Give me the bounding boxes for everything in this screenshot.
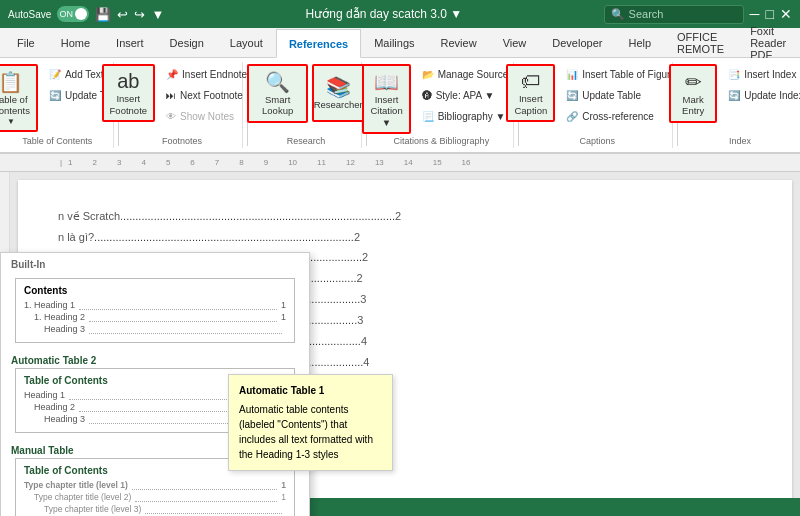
group-captions: 🏷 Insert Caption 📊 Insert Table of Figur…	[522, 62, 673, 148]
update-index-button[interactable]: 🔄 Update Index	[721, 85, 800, 105]
ruler: | 1 2 3 4 5 6 7 8 9 10 11 12 13 14 15 16	[0, 154, 800, 172]
upd-idx-icon: 🔄	[728, 90, 740, 101]
insert-index-button[interactable]: 📑 Insert Index	[721, 64, 800, 84]
undo-icon[interactable]: ↩	[117, 7, 128, 22]
insert-citation-button[interactable]: 📖 Insert Citation ▼	[362, 64, 410, 134]
close-icon[interactable]: ✕	[780, 6, 792, 22]
toc-auto1-item[interactable]: Contents 1. Heading 11 1. Heading 21 Hea…	[1, 272, 309, 351]
tab-review[interactable]: Review	[428, 28, 490, 57]
toc-button-label: Table ofContents	[0, 94, 30, 117]
search-input[interactable]	[629, 8, 737, 20]
footnotes-group-label: Footnotes	[162, 134, 202, 146]
caption-icon: 🏷	[521, 70, 541, 93]
tab-insert[interactable]: Insert	[103, 28, 157, 57]
mark-label: Mark Entry	[677, 94, 709, 117]
doc-area: n về Scratch............................…	[0, 172, 800, 516]
show-notes-icon: 👁	[166, 111, 176, 122]
figures-label: Insert Table of Figures	[582, 69, 681, 80]
auto1-line2: 1. Heading 21	[24, 312, 286, 322]
group-footnotes: ab InsertFootnote 📌 Insert Endnote ⏭ Nex…	[122, 62, 243, 148]
mark-entry-button[interactable]: ✏ Mark Entry	[669, 64, 717, 123]
researcher-icon: 📚	[326, 75, 351, 99]
search-icon: 🔍	[611, 8, 625, 21]
style-label: Style: APA ▼	[436, 90, 495, 101]
smart-lookup-button[interactable]: 🔍 Smart Lookup	[247, 64, 307, 123]
researcher-button[interactable]: 📚 Researcher	[312, 64, 365, 122]
search-box[interactable]: 🔍	[604, 5, 744, 24]
update-icon: 🔄	[49, 90, 61, 101]
autosave-label: AutoSave	[8, 9, 51, 20]
toc-button[interactable]: 📋 Table ofContents ▼	[0, 64, 38, 132]
upd-fig-icon: 🔄	[566, 90, 578, 101]
window-title: Hướng dẫn day scatch 3.0 ▼	[164, 7, 603, 21]
captions-group-label: Captions	[579, 134, 615, 146]
autosave-toggle[interactable]: ON	[57, 6, 89, 22]
save-icon[interactable]: 💾	[95, 7, 111, 22]
tab-home[interactable]: Home	[48, 28, 103, 57]
expand-icon[interactable]: ▼	[151, 7, 164, 22]
group-research: 🔍 Smart Lookup 📚 Researcher Research	[252, 62, 362, 148]
tab-foxit[interactable]: Foxit Reader PDF	[737, 28, 800, 57]
tab-view[interactable]: View	[490, 28, 540, 57]
tab-design[interactable]: Design	[157, 28, 217, 57]
manage-sources-button[interactable]: 📂 Manage Sources	[415, 64, 521, 84]
index-sub-buttons: 📑 Insert Index 🔄 Update Index	[721, 64, 800, 105]
mark-icon: ✏	[685, 70, 702, 94]
auto1-line3: Heading 3	[24, 324, 286, 334]
style-button[interactable]: 🅐 Style: APA ▼	[415, 85, 521, 105]
group-toc: 📋 Table ofContents ▼ 📝 Add Text ▼ 🔄 Upda…	[2, 62, 114, 148]
manual-line3: Type chapter title (level 3)	[24, 504, 286, 514]
tab-developer[interactable]: Developer	[539, 28, 615, 57]
cross-ref-icon: 🔗	[566, 111, 578, 122]
sources-label: Manage Sources	[438, 69, 514, 80]
upd-fig-label: Update Table	[582, 90, 641, 101]
insert-footnote-button[interactable]: ab InsertFootnote	[102, 64, 156, 122]
sources-icon: 📂	[422, 69, 434, 80]
bib-label: Bibliography ▼	[438, 111, 506, 122]
tab-references[interactable]: References	[276, 29, 361, 58]
maximize-icon[interactable]: □	[766, 6, 774, 22]
toc-auto1-preview: Contents 1. Heading 11 1. Heading 21 Hea…	[15, 278, 295, 343]
style-icon: 🅐	[422, 90, 432, 101]
ins-idx-icon: 📑	[728, 69, 740, 80]
title-bar-left: AutoSave ON 💾 ↩ ↪ ▼	[8, 6, 164, 22]
title-bar: AutoSave ON 💾 ↩ ↪ ▼ Hướng dẫn day scatch…	[0, 0, 800, 28]
bibliography-button[interactable]: 📃 Bibliography ▼	[415, 106, 521, 126]
ins-idx-label: Insert Index	[744, 69, 796, 80]
doc-line-1: n về Scratch............................…	[58, 210, 752, 223]
toc-dropdown-arrow: ▼	[7, 117, 15, 126]
tab-layout[interactable]: Layout	[217, 28, 276, 57]
toc-group-label: Table of Contents	[22, 134, 92, 146]
insert-caption-button[interactable]: 🏷 Insert Caption	[506, 64, 555, 122]
ruler-inner: | 1 2 3 4 5 6 7 8 9 10 11 12 13 14 15 16	[60, 158, 800, 167]
upd-idx-label: Update Index	[744, 90, 800, 101]
tab-file[interactable]: File	[4, 28, 48, 57]
cross-ref-label: Cross-reference	[582, 111, 654, 122]
tab-help[interactable]: Help	[615, 28, 664, 57]
minimize-icon[interactable]: ─	[750, 6, 760, 22]
group-index: ✏ Mark Entry 📑 Insert Index 🔄 Update Ind…	[682, 62, 798, 148]
bib-icon: 📃	[422, 111, 434, 122]
manual-line1: Type chapter title (level 1)1	[24, 480, 286, 490]
group-citations: 📖 Insert Citation ▼ 📂 Manage Sources 🅐 S…	[370, 62, 513, 148]
next-fn-label: Next Footnote ▼	[180, 90, 256, 101]
citation-icon: 📖	[374, 70, 399, 94]
tab-office-remote[interactable]: OFFICE REMOTE	[664, 28, 737, 57]
auto1-title: Contents	[24, 285, 286, 296]
doc-line-2: n là gì?................................…	[58, 231, 752, 243]
researcher-label: Researcher	[314, 99, 363, 110]
endnote-icon: 📌	[166, 69, 178, 80]
footnote-label: InsertFootnote	[110, 93, 148, 116]
smart-lookup-icon: 🔍	[265, 70, 290, 94]
index-group-label: Index	[729, 134, 751, 146]
tooltip-title: Automatic Table 1	[239, 383, 382, 398]
tab-mailings[interactable]: Mailings	[361, 28, 427, 57]
show-notes-label: Show Notes	[180, 111, 234, 122]
citations-group-label: Citations & Bibliography	[394, 134, 490, 146]
citation-label: Insert Citation ▼	[370, 94, 402, 128]
toc-icon: 📋	[0, 70, 23, 94]
ribbon-tabs: File Home Insert Design Layout Reference…	[0, 28, 800, 58]
ribbon-content: 📋 Table ofContents ▼ 📝 Add Text ▼ 🔄 Upda…	[0, 58, 800, 154]
tooltip-box: Automatic Table 1 Automatic table conten…	[228, 374, 393, 471]
redo-icon[interactable]: ↪	[134, 7, 145, 22]
